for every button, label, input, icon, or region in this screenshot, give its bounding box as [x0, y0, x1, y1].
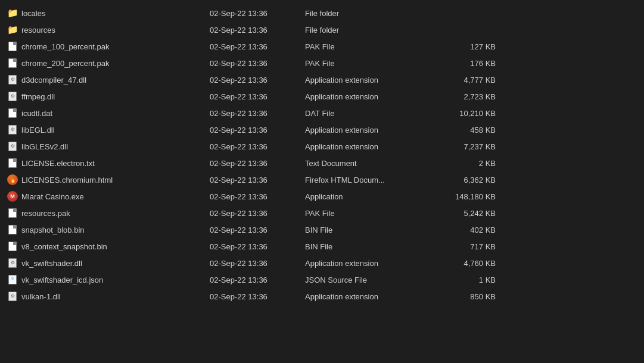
col-name: ⚙ d3dcompiler_47.dll	[7, 74, 210, 85]
file-name: LICENSES.chromium.html	[21, 176, 113, 184]
file-date: 02-Sep-22 13:36	[210, 176, 305, 184]
table-row[interactable]: icudtl.dat02-Sep-22 13:36DAT File10,210 …	[0, 105, 644, 121]
file-date: 02-Sep-22 13:36	[210, 76, 305, 85]
file-type: JSON Source File	[305, 276, 436, 284]
file-size: 148,180 KB	[436, 192, 496, 201]
file-name: v8_context_snapshot.bin	[21, 242, 107, 251]
table-row[interactable]: LICENSE.electron.txt02-Sep-22 13:36Text …	[0, 155, 644, 171]
file-type: Application extension	[305, 259, 436, 268]
file-name: resources	[21, 26, 55, 35]
file-name: vk_swiftshader.dll	[21, 259, 82, 268]
table-row[interactable]: MMlarat Casino.exe02-Sep-22 13:36Applica…	[0, 188, 644, 205]
table-row[interactable]: resources.pak02-Sep-22 13:36PAK File5,24…	[0, 205, 644, 221]
exe-icon: M	[7, 191, 18, 202]
file-size: 2 KB	[436, 159, 496, 168]
file-name: ffmpeg.dll	[21, 92, 55, 101]
file-date: 02-Sep-22 13:36	[210, 159, 305, 168]
dll-icon: ⚙	[7, 141, 18, 152]
table-row[interactable]: ⚙ libGLESv2.dll02-Sep-22 13:36Applicatio…	[0, 138, 644, 155]
col-name: chrome_200_percent.pak	[7, 58, 210, 68]
file-name: snapshot_blob.bin	[21, 226, 85, 234]
col-name: ⚙ ffmpeg.dll	[7, 91, 210, 102]
file-date: 02-Sep-22 13:36	[210, 142, 305, 151]
col-name: ⚙ vk_swiftshader.dll	[7, 258, 210, 268]
file-icon	[7, 41, 18, 52]
table-row[interactable]: ⚙ libEGL.dll02-Sep-22 13:36Application e…	[0, 121, 644, 138]
json-icon: {}	[7, 274, 18, 285]
file-type: Application extension	[305, 292, 436, 301]
col-name: ⚙ vulkan-1.dll	[7, 291, 210, 302]
table-row[interactable]: ⚙ vk_swiftshader.dll02-Sep-22 13:36Appli…	[0, 255, 644, 271]
col-name: snapshot_blob.bin	[7, 224, 210, 235]
file-date: 02-Sep-22 13:36	[210, 209, 305, 218]
table-row[interactable]: {} vk_swiftshader_icd.json02-Sep-22 13:3…	[0, 271, 644, 288]
file-type: Application extension	[305, 126, 436, 134]
file-name: icudtl.dat	[21, 109, 52, 118]
file-type: DAT File	[305, 109, 436, 118]
col-name: chrome_100_percent.pak	[7, 41, 210, 52]
file-type: Application extension	[305, 142, 436, 151]
file-type: Application	[305, 192, 436, 201]
table-row[interactable]: 📁resources02-Sep-22 13:36File folder	[0, 21, 644, 38]
file-date: 02-Sep-22 13:36	[210, 276, 305, 284]
file-icon	[7, 108, 18, 118]
file-size: 176 KB	[436, 59, 496, 68]
file-type: Text Document	[305, 159, 436, 168]
file-type: Application extension	[305, 76, 436, 85]
file-name: LICENSE.electron.txt	[21, 159, 95, 168]
file-date: 02-Sep-22 13:36	[210, 126, 305, 134]
file-name: vk_swiftshader_icd.json	[21, 276, 103, 284]
table-row[interactable]: v8_context_snapshot.bin02-Sep-22 13:36BI…	[0, 238, 644, 255]
col-name: icudtl.dat	[7, 108, 210, 118]
file-name: libGLESv2.dll	[21, 142, 68, 151]
file-name: Mlarat Casino.exe	[21, 192, 84, 201]
file-name: chrome_100_percent.pak	[21, 42, 109, 51]
file-type: PAK File	[305, 59, 436, 68]
file-date: 02-Sep-22 13:36	[210, 109, 305, 118]
file-date: 02-Sep-22 13:36	[210, 242, 305, 251]
file-type: Firefox HTML Docum...	[305, 176, 436, 184]
table-row[interactable]: ⚙ d3dcompiler_47.dll02-Sep-22 13:36Appli…	[0, 71, 644, 88]
file-size: 1 KB	[436, 276, 496, 284]
col-name: v8_context_snapshot.bin	[7, 241, 210, 252]
file-size: 4,777 KB	[436, 76, 496, 85]
table-row[interactable]: snapshot_blob.bin02-Sep-22 13:36BIN File…	[0, 221, 644, 238]
file-type: Application extension	[305, 92, 436, 101]
col-name: 🔥LICENSES.chromium.html	[7, 174, 210, 185]
table-row[interactable]: ⚙ vulkan-1.dll02-Sep-22 13:36Application…	[0, 288, 644, 305]
col-name: resources.pak	[7, 208, 210, 218]
file-type: BIN File	[305, 242, 436, 251]
file-date: 02-Sep-22 13:36	[210, 192, 305, 201]
file-size: 850 KB	[436, 292, 496, 301]
table-row[interactable]: chrome_100_percent.pak02-Sep-22 13:36PAK…	[0, 38, 644, 55]
file-date: 02-Sep-22 13:36	[210, 42, 305, 51]
file-size: 402 KB	[436, 226, 496, 234]
table-row[interactable]: 📁locales02-Sep-22 13:36File folder	[0, 5, 644, 21]
table-row[interactable]: ⚙ ffmpeg.dll02-Sep-22 13:36Application e…	[0, 88, 644, 105]
file-type: PAK File	[305, 42, 436, 51]
file-date: 02-Sep-22 13:36	[210, 59, 305, 68]
file-list: 📁locales02-Sep-22 13:36File folder📁resou…	[0, 0, 644, 309]
file-size: 6,362 KB	[436, 176, 496, 184]
file-date: 02-Sep-22 13:36	[210, 226, 305, 234]
dll-icon: ⚙	[7, 74, 18, 85]
table-row[interactable]: 🔥LICENSES.chromium.html02-Sep-22 13:36Fi…	[0, 171, 644, 188]
table-row[interactable]: chrome_200_percent.pak02-Sep-22 13:36PAK…	[0, 55, 644, 71]
file-date: 02-Sep-22 13:36	[210, 259, 305, 268]
folder-icon: 📁	[7, 24, 18, 35]
col-name: ⚙ libGLESv2.dll	[7, 141, 210, 152]
file-size: 2,723 KB	[436, 92, 496, 101]
col-name: 📁resources	[7, 24, 210, 35]
file-type: BIN File	[305, 226, 436, 234]
file-size: 458 KB	[436, 126, 496, 134]
file-date: 02-Sep-22 13:36	[210, 26, 305, 35]
dll-icon: ⚙	[7, 91, 18, 102]
col-name: ⚙ libEGL.dll	[7, 124, 210, 135]
file-icon	[7, 58, 18, 68]
file-name: d3dcompiler_47.dll	[21, 76, 86, 85]
col-name: MMlarat Casino.exe	[7, 191, 210, 202]
file-size: 7,237 KB	[436, 142, 496, 151]
file-icon	[7, 158, 18, 168]
dll-icon: ⚙	[7, 258, 18, 268]
file-type: File folder	[305, 26, 436, 35]
